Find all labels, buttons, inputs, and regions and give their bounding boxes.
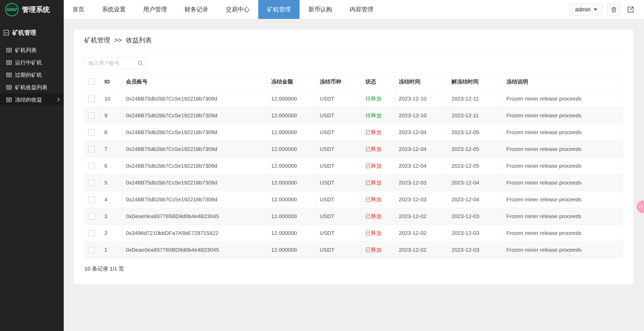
table-row: 5 0x248B75db2bb7Cc5e192218b7309d 12.0000… bbox=[85, 174, 623, 191]
table-row: 7 0x248B75db2bb7Cc5e192218b7309d 12.0000… bbox=[85, 141, 623, 158]
row-checkbox[interactable] bbox=[88, 247, 95, 253]
search-icon[interactable] bbox=[137, 60, 144, 67]
sidebar-item[interactable]: 矿机列表 bbox=[0, 44, 64, 56]
status-badge: 已释放 bbox=[365, 129, 382, 135]
sidebar-item[interactable]: 过期的矿机 bbox=[0, 69, 64, 81]
sidebar-title: 矿机管理 bbox=[12, 29, 36, 37]
column-header-currency: 冻结币种 bbox=[316, 73, 361, 90]
column-header-amount: 冻结金额 bbox=[268, 73, 316, 90]
breadcrumb-section: 矿机管理 bbox=[84, 36, 110, 44]
list-icon bbox=[6, 97, 12, 102]
row-checkbox[interactable] bbox=[88, 146, 95, 152]
cell-freeze-time: 2023-12-10 bbox=[395, 107, 448, 124]
admin-dropdown[interactable]: admin bbox=[570, 3, 603, 16]
row-checkbox-cell bbox=[85, 90, 101, 107]
select-all-checkbox[interactable] bbox=[88, 78, 95, 85]
cell-status: 已释放 bbox=[362, 174, 395, 191]
nav-item[interactable]: 首页 bbox=[64, 0, 93, 19]
caret-down-icon bbox=[594, 9, 597, 11]
search-box bbox=[84, 57, 147, 69]
nav-item[interactable]: 内容管理 bbox=[341, 0, 382, 19]
status-badge: 已释放 bbox=[365, 180, 382, 186]
cell-status: 已释放 bbox=[362, 191, 395, 208]
nav-item[interactable]: 矿机管理 bbox=[258, 0, 300, 19]
content-card: 矿机管理 >> 收益列表 bbox=[74, 30, 633, 284]
sidebar-item-label: 运行中矿机 bbox=[15, 59, 42, 66]
row-checkbox[interactable] bbox=[88, 213, 95, 220]
trash-button[interactable] bbox=[607, 3, 620, 16]
column-header-freeze-time: 冻结时间 bbox=[395, 73, 448, 90]
sidebar-item[interactable]: 矿机收益列表 bbox=[0, 81, 64, 94]
status-badge: 待释放 bbox=[365, 96, 382, 102]
cell-note: Frozen miner release proceeds bbox=[503, 242, 623, 258]
status-badge: 已释放 bbox=[365, 247, 382, 253]
cell-status: 已释放 bbox=[362, 242, 395, 258]
logout-button[interactable] bbox=[625, 3, 636, 16]
brand-title: 管理系统 bbox=[22, 5, 50, 14]
nav-item[interactable]: 新币认购 bbox=[300, 0, 341, 19]
nav-item[interactable]: 系统设置 bbox=[93, 0, 134, 19]
cell-status: 待释放 bbox=[362, 90, 395, 107]
record-count: 10 条记录 1/1 页 bbox=[84, 258, 623, 272]
row-checkbox[interactable] bbox=[88, 129, 95, 136]
row-checkbox[interactable] bbox=[88, 196, 95, 203]
brand: USDZ 管理系统 bbox=[0, 0, 64, 19]
cell-note: Frozen miner release proceeds bbox=[503, 124, 623, 141]
collapse-icon[interactable] bbox=[4, 30, 9, 35]
cell-freeze-time: 2023-12-04 bbox=[395, 158, 448, 174]
cell-note: Frozen miner release proceeds bbox=[503, 158, 623, 174]
nav-item[interactable]: 用户管理 bbox=[134, 0, 176, 19]
breadcrumb: 矿机管理 >> 收益列表 bbox=[84, 30, 623, 51]
row-checkbox[interactable] bbox=[88, 230, 95, 236]
app-logo-icon: USDZ bbox=[5, 3, 19, 16]
cell-account: 0x248B75db2bb7Cc5e192218b7309d bbox=[122, 107, 268, 124]
cell-account: 0x3496d7210bbDFa7A5bE728715822 bbox=[122, 225, 268, 242]
cell-id: 3 bbox=[101, 208, 122, 225]
breadcrumb-separator: >> bbox=[114, 36, 122, 44]
cell-unfreeze-time: 2023-12-04 bbox=[448, 191, 503, 208]
cell-unfreeze-time: 2023-12-04 bbox=[448, 174, 503, 191]
cell-currency: USDT bbox=[316, 90, 361, 107]
topbar: USDZ 管理系统 首页 系统设置 用户管理 财务记录 交易中心 矿机管理 新币… bbox=[0, 0, 644, 19]
cell-note: Frozen miner release proceeds bbox=[503, 191, 623, 208]
status-badge: 已释放 bbox=[365, 146, 382, 152]
nav-item[interactable]: 财务记录 bbox=[176, 0, 217, 19]
toolbar bbox=[84, 51, 623, 73]
column-header-status: 状态 bbox=[362, 73, 395, 90]
list-icon bbox=[6, 60, 12, 65]
row-checkbox[interactable] bbox=[88, 112, 95, 119]
cell-currency: USDT bbox=[316, 124, 361, 141]
column-header-note: 冻结说明 bbox=[503, 73, 623, 90]
row-checkbox[interactable] bbox=[88, 163, 95, 169]
cell-amount: 12.000000 bbox=[268, 141, 316, 158]
sidebar-header: 矿机管理 bbox=[0, 19, 64, 44]
cell-unfreeze-time: 2023-12-03 bbox=[448, 208, 503, 225]
nav-item[interactable]: 交易中心 bbox=[217, 0, 258, 19]
cell-status: 已释放 bbox=[362, 124, 395, 141]
cell-id: 8 bbox=[101, 124, 122, 141]
row-checkbox-cell bbox=[85, 191, 101, 208]
cell-id: 10 bbox=[101, 90, 122, 107]
sidebar-item[interactable]: 冻结的收益 bbox=[0, 94, 64, 106]
cell-currency: USDT bbox=[316, 242, 361, 258]
sidebar-item[interactable]: 运行中矿机 bbox=[0, 56, 64, 69]
cell-freeze-time: 2023-12-10 bbox=[395, 90, 448, 107]
table-row: 3 0xDeae0ea937765BD9d0b4e4B23045 12.0000… bbox=[85, 208, 623, 225]
list-icon bbox=[6, 48, 12, 53]
sidebar-item-label: 矿机收益列表 bbox=[15, 84, 47, 91]
table-row: 9 0x248B75db2bb7Cc5e192218b7309d 12.0000… bbox=[85, 107, 623, 124]
list-icon bbox=[6, 72, 12, 78]
row-checkbox[interactable] bbox=[88, 180, 95, 186]
cell-unfreeze-time: 2023-12-05 bbox=[448, 141, 503, 158]
topbar-right: admin bbox=[570, 0, 644, 19]
row-checkbox-cell bbox=[85, 225, 101, 242]
cell-amount: 12.000000 bbox=[268, 208, 316, 225]
cell-amount: 12.000000 bbox=[268, 107, 316, 124]
cell-freeze-time: 2023-12-04 bbox=[395, 141, 448, 158]
cell-id: 1 bbox=[101, 242, 122, 258]
cell-amount: 12.000000 bbox=[268, 174, 316, 191]
sidebar: 矿机管理 矿机列表 bbox=[0, 19, 64, 331]
row-checkbox[interactable] bbox=[88, 96, 95, 102]
main-nav: 首页 系统设置 用户管理 财务记录 交易中心 矿机管理 新币认购 内容管理 bbox=[64, 0, 382, 19]
cell-currency: USDT bbox=[316, 174, 361, 191]
